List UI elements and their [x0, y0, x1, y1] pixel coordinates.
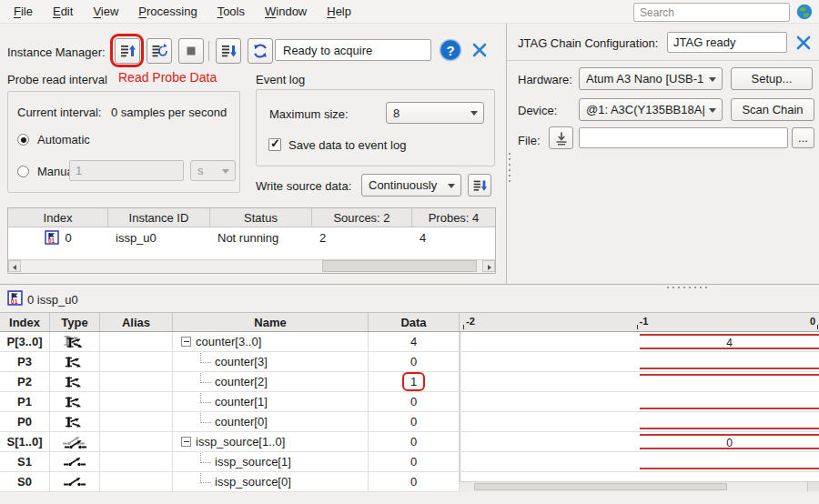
signal-name: issp_source[0]	[173, 472, 369, 491]
signal-col-header[interactable]: Type	[50, 313, 100, 331]
signal-col-header[interactable]: Name	[173, 313, 369, 331]
write-source-mode-dropdown[interactable]: Continuously	[361, 174, 461, 197]
instance-row[interactable]: 01 0issp_u0Not running24	[8, 227, 495, 247]
signal-data: 0	[369, 432, 460, 451]
menu-item-window[interactable]: Window	[255, 2, 317, 21]
signal-pane-title: 0 issp_u0	[27, 293, 78, 307]
load-file-button[interactable]	[549, 126, 573, 149]
menu-item-help[interactable]: Help	[317, 2, 361, 21]
data-value: 0	[404, 474, 423, 489]
close-icon	[471, 42, 488, 58]
continuous-read-probe-data-button[interactable]	[147, 38, 172, 64]
instance-table-header[interactable]: Probes: 4	[412, 208, 495, 227]
instance-table-header[interactable]: Status	[210, 208, 312, 227]
instance-table-header[interactable]: Instance ID	[108, 208, 210, 227]
horizontal-splitter-handle[interactable]	[667, 287, 707, 288]
signal-row[interactable]: P2 counter[2]1	[0, 372, 819, 392]
search-input[interactable]	[633, 3, 790, 22]
vertical-splitter-handle[interactable]	[509, 153, 511, 182]
setup-button[interactable]: Setup...	[731, 67, 813, 90]
scan-chain-button[interactable]: Scan Chain	[731, 98, 814, 121]
signal-waveform: 4	[460, 332, 819, 351]
signal-col-header[interactable]: Index	[0, 313, 50, 331]
chevron-down-icon	[448, 184, 455, 188]
signal-table: IndexTypeAliasNameData-2-10 P[3..0] coun…	[0, 312, 819, 492]
tree-branch-line	[200, 392, 211, 403]
instance-icon: 01	[45, 230, 59, 245]
signal-table-head: IndexTypeAliasNameData-2-10	[0, 312, 819, 332]
probe-icon	[50, 372, 100, 391]
scroll-left-arrow-icon[interactable]	[8, 260, 21, 272]
manual-units-dropdown[interactable]: s	[190, 160, 236, 181]
close-instance-manager-button[interactable]	[471, 42, 488, 58]
timeline-label: 0	[810, 316, 815, 327]
instance-table-header[interactable]: Sources: 2	[312, 208, 412, 227]
acquisition-status-field[interactable]	[275, 39, 431, 61]
signal-col-header[interactable]: Alias	[100, 313, 173, 331]
instance-table-header[interactable]: Index	[8, 208, 108, 227]
device-value: @1: A3C(Y135BB18A|	[586, 103, 705, 116]
read-probe-data-button[interactable]	[115, 38, 140, 64]
menu-item-edit[interactable]: Edit	[43, 2, 83, 21]
help-button[interactable]: ?	[439, 38, 462, 62]
tree-branch-line	[200, 372, 211, 383]
manual-radio[interactable]	[17, 166, 29, 177]
signal-name-label: counter[3..0]	[196, 335, 261, 348]
globe-icon[interactable]	[796, 4, 813, 20]
signal-row[interactable]: P1 counter[1]0	[0, 392, 819, 412]
scroll-right-arrow-icon[interactable]	[807, 482, 819, 491]
signal-row[interactable]: S[1..0] issp_source[1..0]00	[0, 432, 819, 452]
scrollbar-thumb[interactable]	[322, 260, 477, 272]
refresh-button[interactable]	[248, 38, 273, 64]
signal-row[interactable]: P3 counter[3]0	[0, 352, 819, 372]
menu-item-processing[interactable]: Processing	[128, 2, 207, 21]
signal-name-label: counter[2]	[215, 375, 268, 388]
menu-item-tools[interactable]: Tools	[207, 2, 255, 21]
event-log-title: Event log	[256, 73, 305, 86]
instance-index-cell: 01 0	[8, 227, 108, 247]
signal-data: 0	[369, 352, 460, 371]
stop-button[interactable]	[178, 38, 204, 64]
instance-manager-pane: Instance Manager:	[0, 24, 506, 284]
signal-pane: 01 0 issp_u0 IndexTypeAliasNameData-2-10…	[0, 284, 819, 504]
signal-alias	[100, 472, 173, 491]
tree-collapse-icon[interactable]	[181, 437, 191, 447]
signal-row[interactable]: P0 counter[0]0	[0, 412, 819, 432]
jtag-chain-configuration-pane: JTAG Chain Configuration: Hardware: Atum…	[506, 24, 819, 284]
close-jtag-pane-button[interactable]	[795, 35, 812, 51]
write-source-data-button[interactable]	[216, 38, 241, 64]
scroll-right-arrow-icon[interactable]	[482, 260, 495, 272]
menu-bar-items: FileEditViewProcessingToolsWindowHelp	[4, 2, 361, 21]
signal-row[interactable]: P[3..0] counter[3..0]44	[0, 332, 819, 352]
scrollbar-thumb[interactable]	[474, 483, 727, 490]
write-source-now-icon	[471, 177, 488, 194]
signal-row[interactable]: S1 issp_source[1]0	[0, 452, 819, 472]
probe-icon	[50, 352, 100, 371]
file-path-input[interactable]	[579, 127, 788, 148]
tree-collapse-icon[interactable]	[181, 337, 191, 347]
probe-bus-icon	[50, 332, 100, 351]
jtag-header: JTAG Chain Configuration:	[507, 24, 819, 61]
refresh-icon	[251, 42, 269, 60]
hardware-dropdown[interactable]: Atum A3 Nano [USB-1	[579, 67, 723, 90]
highlighted-data-value: 1	[402, 372, 425, 391]
setup-button-label: Setup...	[752, 72, 793, 86]
menu-item-view[interactable]: View	[83, 2, 128, 21]
instance-table-hscrollbar[interactable]	[8, 259, 495, 273]
write-source-now-button[interactable]	[468, 174, 491, 197]
jtag-status-field[interactable]	[667, 32, 787, 53]
menu-item-file[interactable]: File	[4, 2, 43, 21]
automatic-radio[interactable]	[17, 134, 29, 146]
manual-interval-input[interactable]	[69, 160, 184, 181]
current-interval-label: Current interval:	[17, 106, 101, 119]
timeline-label: -2	[466, 316, 475, 327]
save-event-log-checkbox[interactable]	[268, 138, 281, 151]
probe-icon	[50, 392, 100, 411]
signal-col-header[interactable]: Data	[369, 313, 460, 331]
waveform-hscrollbar[interactable]	[460, 481, 819, 492]
browse-file-button[interactable]: ...	[792, 127, 814, 148]
tree-branch-line	[200, 412, 211, 423]
maximum-size-dropdown[interactable]: 8	[386, 102, 484, 124]
device-dropdown[interactable]: @1: A3C(Y135BB18A|	[579, 98, 723, 121]
menu-bar: FileEditViewProcessingToolsWindowHelp	[0, 0, 819, 24]
